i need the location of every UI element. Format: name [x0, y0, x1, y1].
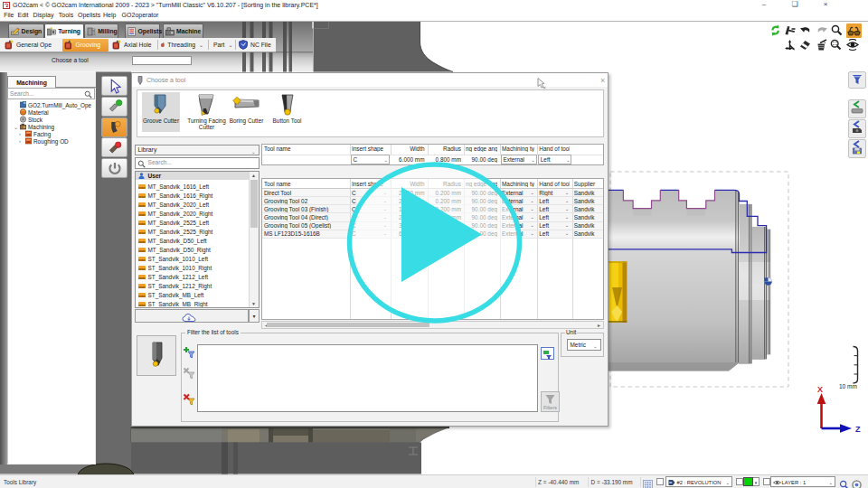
color-checkbox[interactable]	[736, 478, 743, 485]
row-angle[interactable]: 90.00 deg	[466, 230, 497, 237]
column-header[interactable]: Width	[392, 145, 425, 152]
tab-milling[interactable]: Milling	[84, 23, 118, 38]
library-item[interactable]: MT_Sandvik_D50_Left	[136, 237, 250, 246]
ribbon-button-part[interactable]: Part ⌄	[209, 39, 233, 52]
maximize-button[interactable]: ❏	[788, 0, 801, 9]
tree-item[interactable]: GO2.TurnMill_Auto_Ope	[20, 101, 91, 108]
row-radius[interactable]: 0.200 mm	[429, 214, 462, 221]
menu-item[interactable]: File	[4, 12, 14, 18]
column-header[interactable]: ng edge angle	[466, 145, 497, 152]
row-hand[interactable]: Left	[539, 206, 562, 212]
library-item[interactable]: ST_Sandvik_1010_Right	[136, 264, 250, 273]
menu-item[interactable]: Edit	[18, 12, 29, 18]
menu-item[interactable]: Display	[33, 12, 54, 18]
column-header[interactable]: Width	[392, 181, 425, 187]
row-tool-name[interactable]: Grooving Tool 03 (Finish)	[264, 206, 347, 212]
close-button[interactable]: ×	[819, 0, 832, 9]
column-header[interactable]: Machining typ	[502, 145, 534, 152]
cloud-download-button[interactable]	[135, 309, 250, 323]
dialog-title-bar[interactable]: Choose a tool×	[132, 73, 608, 87]
library-item[interactable]: ST_Sandvik_1212_Right	[136, 282, 250, 291]
collapse-panel-button-2[interactable]	[848, 119, 866, 138]
tree-item[interactable]: Stock	[20, 116, 42, 123]
tab-opelists[interactable]: Opelists	[125, 23, 160, 38]
library-item[interactable]: ST_Sandvik_1212_Left	[136, 273, 250, 282]
library-search-input[interactable]: Search...	[135, 157, 259, 169]
row-radius[interactable]: 0.200 mm	[429, 206, 462, 212]
glasses-view-button[interactable]	[846, 23, 862, 38]
library-dropdown[interactable]: Library⌄	[135, 145, 259, 156]
select-cursor-button[interactable]	[101, 76, 127, 96]
machining-search-input[interactable]: Search...	[7, 88, 95, 99]
column-header[interactable]: Hand of tool	[539, 181, 570, 187]
filter-mach-combo[interactable]: External⌄	[501, 155, 537, 164]
scroll-right-icon[interactable]: ►	[597, 323, 601, 328]
row-hand[interactable]: Left	[539, 214, 562, 221]
color-dropdown-icon[interactable]: ▾	[753, 477, 760, 487]
row-mach[interactable]: External	[502, 214, 527, 221]
row-mach[interactable]: External	[502, 206, 527, 212]
column-header[interactable]: Hand of tool	[539, 145, 570, 152]
row-width[interactable]: 6.000 mm	[392, 230, 425, 237]
tool-status-red-button[interactable]	[101, 137, 127, 157]
tree-expander[interactable]: ›	[19, 131, 24, 136]
library-item[interactable]: ST_Sandvik_MB_Left	[136, 291, 250, 300]
tab-machine[interactable]: Machine	[163, 23, 203, 38]
row-hand[interactable]: Left	[539, 230, 562, 237]
column-header[interactable]: Insert shape	[352, 145, 388, 152]
row-width[interactable]: 2.500 mm	[392, 214, 425, 221]
row-radius[interactable]: 0.800 mm	[429, 230, 462, 237]
row-angle[interactable]: 90.00 deg	[466, 190, 497, 196]
column-header[interactable]: Radius	[429, 145, 462, 152]
row-angle[interactable]: 90.00 deg	[466, 206, 497, 212]
row-tool-name[interactable]: MS LF123D15-1616B	[264, 230, 347, 237]
tab-machining[interactable]: Machining	[7, 76, 56, 88]
apply-filter-button[interactable]	[541, 347, 554, 360]
filter-criteria-list[interactable]	[197, 344, 538, 412]
tree-item[interactable]: ⌄Machining	[14, 123, 54, 130]
scroll-up-icon[interactable]: ▲	[250, 173, 259, 178]
column-header[interactable]: Machining typ	[502, 181, 534, 187]
dialog-close-icon[interactable]: ×	[600, 76, 605, 85]
tool-type-1[interactable]: Turning Facing Cutter	[186, 92, 228, 132]
row-mach[interactable]: External	[502, 190, 527, 196]
row-insert[interactable]: C	[352, 206, 384, 212]
spindle-dropdown[interactable]: #2 : REVOLUTION⌄	[665, 476, 732, 487]
layer-dropdown[interactable]: LAYER : 1⌄	[770, 476, 835, 487]
row-tool-name[interactable]: Grooving Tool 02	[264, 198, 347, 204]
scroll-down-icon[interactable]: ▼	[250, 301, 259, 306]
menu-item[interactable]: Tools	[59, 12, 73, 18]
row-supplier[interactable]: Sandvik	[574, 214, 603, 221]
library-item[interactable]: MT_Sandvik_2020_Left	[136, 200, 250, 209]
row-radius[interactable]: 0.200 mm	[429, 198, 462, 204]
filter-angle[interactable]: 90.00 deg	[466, 156, 497, 163]
library-root-user[interactable]: User	[136, 172, 250, 181]
ribbon-button-axialhole[interactable]: Axial Hole	[110, 39, 155, 52]
tree-item[interactable]: ›Facing	[19, 130, 51, 137]
row-supplier[interactable]: Sandvik	[574, 222, 603, 229]
row-insert[interactable]: C	[352, 222, 384, 229]
layer-checkbox[interactable]	[763, 478, 770, 485]
library-item[interactable]: MT_Sandvik_1616_Right	[136, 191, 250, 200]
clear-filters-button[interactable]	[183, 393, 195, 406]
row-angle[interactable]: 90.00 deg	[466, 214, 497, 221]
row-tool-name[interactable]: Direct Tool	[264, 190, 347, 196]
scrollbar-thumb[interactable]	[267, 323, 429, 328]
library-item[interactable]: MT_Sandvik_2525_Left	[136, 218, 250, 227]
filter-insert-combo[interactable]: C⌄	[351, 155, 391, 164]
spindle-checkbox[interactable]	[656, 478, 664, 485]
title-bar[interactable]: GO2cam < © GO2cam International 2009 - 2…	[0, 0, 868, 10]
library-item[interactable]: MT_Sandvik_2525_Right	[136, 227, 250, 236]
remove-filter-button[interactable]	[183, 367, 195, 380]
minimize-button[interactable]: –	[758, 0, 770, 9]
tree-item[interactable]: ›Roughing OD	[19, 137, 69, 145]
row-tool-name[interactable]: Grooving Tool 04 (Direct)	[264, 214, 347, 221]
row-mach[interactable]: External	[502, 230, 527, 237]
library-item[interactable]: ST_Sandvik_MB_Right	[136, 300, 250, 308]
cloud-options-dropdown[interactable]: ▾	[249, 309, 259, 323]
tab-turning[interactable]: Turning	[44, 23, 84, 38]
filter-hand-combo[interactable]: Left⌄	[538, 155, 572, 164]
row-mach[interactable]: External	[502, 198, 527, 204]
library-item[interactable]: ST_Sandvik_1010_Left	[136, 255, 250, 264]
add-filter-button[interactable]	[183, 346, 195, 359]
